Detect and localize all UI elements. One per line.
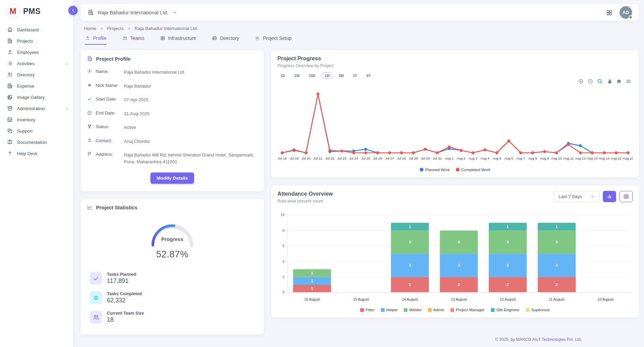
svg-text:Jul 18: Jul 18: [278, 156, 287, 160]
home-icon[interactable]: [616, 78, 622, 84]
chevron-down-icon: [590, 194, 595, 199]
project-profile-card: Project Profile Name:Raja Bahadur Intern…: [81, 50, 264, 191]
svg-text:10: 10: [280, 213, 285, 217]
legend-welder[interactable]: Welder: [404, 308, 421, 312]
range-5y[interactable]: 5Y: [363, 72, 374, 79]
bar-view-toggle[interactable]: [603, 191, 616, 202]
sidebar-item-support[interactable]: Support: [0, 126, 73, 136]
sidebar-item-image-gallary[interactable]: Image Gallary: [0, 92, 73, 102]
project-progress-chart[interactable]: Jul 18Jul 19Jul 20Jul 21Jul 22Jul 23Jul …: [277, 87, 633, 166]
svg-text:Aug 10: Aug 10: [551, 156, 562, 160]
legend-site-engineer[interactable]: Site Engineer: [491, 308, 520, 312]
company-switcher[interactable]: Raja Bahadur International Ltd.: [87, 9, 177, 16]
footer-copyright: © 2025, by: [495, 337, 516, 342]
sidebar-item-projects[interactable]: Projects: [0, 36, 73, 46]
range-1m[interactable]: 1M: [321, 72, 333, 79]
svg-text:Jul 26: Jul 26: [373, 156, 382, 160]
pan-icon[interactable]: [607, 78, 612, 84]
legend-marker: [420, 168, 423, 171]
tab-teams[interactable]: Teams: [122, 35, 144, 45]
apps-grid-icon[interactable]: [606, 9, 613, 16]
brand-logo[interactable]: M PMS: [0, 0, 73, 24]
sidebar-item-activities[interactable]: Activities›: [0, 58, 73, 69]
sidebar-item-label: Employees: [17, 50, 39, 55]
sidebar-item-employees[interactable]: Employees: [0, 47, 73, 57]
breadcrumb-item-projects[interactable]: Projects: [107, 26, 124, 31]
svg-text:Jul 27: Jul 27: [385, 156, 394, 160]
range-15d[interactable]: 15D: [306, 72, 318, 79]
sidebar-item-directory[interactable]: Directory: [0, 70, 73, 80]
sidebar-item-administration[interactable]: Administration›: [0, 103, 73, 114]
project-progress-card: Project Progress Progress Overview by Pr…: [271, 50, 639, 177]
legend-marker: [491, 308, 495, 312]
legend-helper[interactable]: Helper: [381, 308, 398, 312]
sidebar-item-expense[interactable]: Expense: [0, 81, 73, 91]
table-view-toggle[interactable]: [619, 191, 633, 202]
tab-directory[interactable]: Directory: [212, 35, 239, 45]
svg-text:Aug 14: Aug 14: [599, 156, 610, 160]
tab-infrastructure[interactable]: Infrastructure: [160, 35, 196, 45]
project-progress-title: Project Progress: [277, 56, 633, 62]
breadcrumb-item-home[interactable]: Home: [84, 26, 96, 31]
sidebar-item-inventory[interactable]: Inventory: [0, 115, 73, 125]
tab-profile[interactable]: Profile: [85, 35, 107, 45]
legend-label: Admin: [433, 308, 445, 312]
legend-planned-work[interactable]: Planned Work: [420, 168, 450, 172]
svg-text:Jul 21: Jul 21: [313, 156, 323, 160]
footer-company-link[interactable]: MARCO AIoT Technologies Pvt. Ltd.: [516, 337, 582, 342]
attendance-chart[interactable]: 024681011116 August15 August233114 Augus…: [277, 208, 633, 307]
profile-field-label: Contact:: [96, 138, 121, 143]
legend-label: Fitter: [366, 308, 374, 312]
breadcrumb: Home>Projects>Raja Bahadur International…: [84, 26, 639, 31]
tab-label: Directory: [220, 35, 239, 41]
legend-label: Supervisor: [531, 308, 550, 312]
avatar[interactable]: AD: [619, 6, 632, 19]
svg-text:Jul 22: Jul 22: [325, 156, 335, 160]
range-1d[interactable]: 1D: [277, 72, 288, 79]
tab-project-setup[interactable]: Project Setup: [255, 35, 291, 45]
menu-icon[interactable]: [626, 78, 631, 84]
profile-field-value: 07-Apr-2025: [124, 96, 258, 103]
range-3m[interactable]: 3M: [336, 72, 347, 79]
zoom-out-icon[interactable]: [587, 78, 593, 84]
sidebar-item-help-desk[interactable]: ?Help Desk: [0, 148, 73, 159]
svg-text:Aug 11: Aug 11: [563, 156, 574, 160]
legend-fitter[interactable]: Fitter: [360, 308, 374, 312]
svg-text:3: 3: [556, 240, 558, 244]
svg-text:Aug 5: Aug 5: [493, 156, 501, 160]
svg-text:Jul 23: Jul 23: [337, 156, 347, 160]
person-icon: [85, 35, 90, 41]
profile-field-address: Address:Raja Bahadur Mill Rd, behind She…: [87, 152, 258, 165]
selection-zoom-icon[interactable]: [597, 78, 603, 84]
date-range-select[interactable]: Last 7 Days: [554, 191, 599, 202]
check-icon: [90, 272, 102, 285]
attendance-controls: Last 7 Days: [554, 191, 633, 202]
home-icon: [7, 27, 13, 33]
svg-text:10 August: 10 August: [598, 298, 614, 301]
svg-text:Jul 25: Jul 25: [361, 156, 370, 160]
profile-field-status: Status:Active: [87, 124, 258, 131]
project-progress-subtitle: Progress Overview by Project: [277, 63, 633, 68]
profile-field-label: Nick Name:: [96, 83, 121, 88]
sidebar-collapse-button[interactable]: [68, 6, 78, 15]
legend-project-manager[interactable]: Project Manager: [450, 308, 484, 312]
sidebar-item-documentation[interactable]: Documentation: [0, 137, 73, 147]
modify-details-button[interactable]: Modify Details: [150, 172, 194, 184]
brand-name: PMS: [23, 7, 41, 16]
store-icon: [7, 117, 13, 123]
svg-text:1: 1: [556, 225, 558, 229]
zoom-in-icon[interactable]: [578, 78, 584, 84]
profile-field-value: Anuj Chordia: [124, 138, 258, 145]
help-icon: ?: [7, 150, 13, 156]
sidebar-item-dashboard[interactable]: Dashboard: [0, 25, 73, 35]
legend-admin[interactable]: Admin: [428, 308, 445, 312]
range-1y[interactable]: 1Y: [350, 72, 360, 79]
profile-field-value: Raja Bahadur International Ltd.: [124, 69, 258, 76]
legend-completed-work[interactable]: Completed Work: [456, 168, 490, 172]
range-1w[interactable]: 1W: [291, 72, 303, 79]
legend-supervisor[interactable]: Supervisor: [526, 308, 550, 312]
progress-gauge-value: 52.87%: [87, 249, 258, 260]
sidebar-nav: DashboardProjectsEmployeesActivities›Dir…: [0, 25, 73, 159]
profile-field-label: End Date:: [96, 110, 121, 116]
stat-tasks-planned: Tasks Planned117,891: [87, 272, 258, 285]
